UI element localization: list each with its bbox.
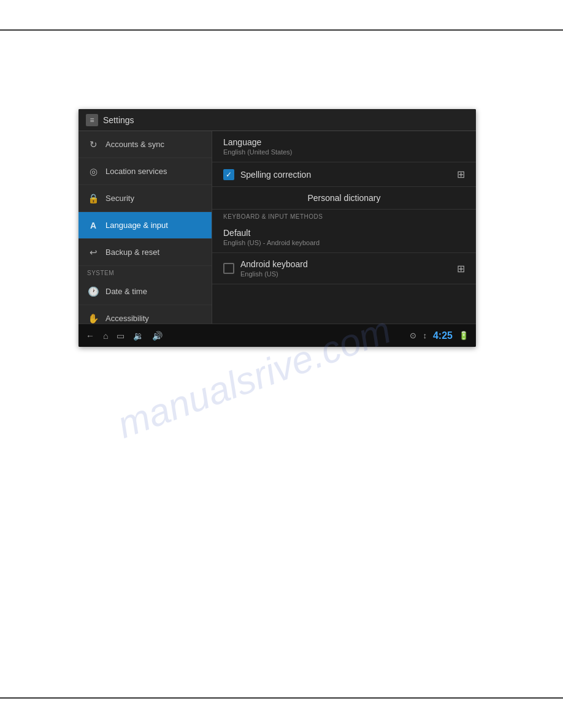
sidebar-item-label: Accounts & sync: [105, 140, 164, 149]
device-screen: ≡ Settings ↻ Accounts & sync ◎ Location …: [79, 109, 476, 347]
volume-down-icon[interactable]: 🔉: [133, 331, 144, 341]
language-title: Language: [223, 137, 465, 147]
bottom-line: [0, 697, 563, 699]
android-keyboard-row[interactable]: Android keyboard English (US) ⊞: [212, 253, 476, 284]
right-panel: Language English (United States) ✓ Spell…: [212, 131, 476, 324]
personal-dictionary-title: Personal dictionary: [223, 193, 465, 203]
spelling-correction-row[interactable]: ✓ Spelling correction ⊞: [212, 162, 476, 187]
sidebar-item-location-services[interactable]: ◎ Location services: [79, 158, 212, 185]
security-icon: 🔒: [87, 193, 99, 204]
status-bar: ← ⌂ ▭ 🔉 🔊 ⊙ ↕ 4:25 🔋: [79, 324, 476, 347]
accessibility-icon: ✋: [87, 313, 99, 324]
sidebar-item-label: Security: [105, 194, 134, 203]
recent-apps-icon[interactable]: ▭: [117, 331, 124, 341]
sidebar-item-backup-reset[interactable]: ↩ Backup & reset: [79, 239, 212, 266]
android-keyboard-adjust-icon[interactable]: ⊞: [457, 263, 465, 275]
language-setting-row[interactable]: Language English (United States): [212, 131, 476, 162]
back-icon[interactable]: ←: [86, 331, 94, 341]
sidebar-item-label: Backup & reset: [105, 248, 159, 257]
home-icon[interactable]: ⌂: [103, 331, 108, 341]
nav-icons: ← ⌂ ▭ 🔉 🔊: [86, 331, 163, 341]
language-subtitle: English (United States): [223, 148, 465, 156]
main-content: ↻ Accounts & sync ◎ Location services 🔒 …: [79, 131, 476, 324]
spelling-correction-title: Spelling correction: [240, 170, 452, 180]
android-keyboard-checkbox[interactable]: [223, 263, 234, 274]
sync-icon: ↕: [423, 331, 427, 340]
language-input-icon: A: [87, 221, 99, 230]
status-right: ⊙ ↕ 4:25 🔋: [410, 330, 469, 341]
sidebar-item-accounts-sync[interactable]: ↻ Accounts & sync: [79, 131, 212, 158]
sidebar-item-label: Location services: [105, 167, 167, 176]
volume-up-icon[interactable]: 🔊: [152, 331, 163, 341]
android-keyboard-subtitle: English (US): [240, 270, 452, 278]
personal-dictionary-row[interactable]: Personal dictionary: [212, 187, 476, 210]
default-subtitle: English (US) - Android keyboard: [223, 239, 465, 246]
keyboard-methods-section-label: KEYBOARD & INPUT METHODS: [212, 210, 476, 222]
settings-title: Settings: [103, 115, 134, 125]
battery-icon: 🔋: [459, 331, 469, 340]
sidebar-item-label: Language & input: [105, 221, 168, 230]
spelling-correction-adjust-icon[interactable]: ⊞: [457, 169, 465, 180]
system-section-label: SYSTEM: [79, 266, 212, 278]
default-title: Default: [223, 228, 465, 238]
location-services-icon: ◎: [87, 166, 99, 177]
date-time-icon: 🕐: [87, 286, 99, 297]
sidebar: ↻ Accounts & sync ◎ Location services 🔒 …: [79, 131, 212, 324]
sidebar-item-label: Date & time: [105, 287, 147, 296]
top-line: [0, 29, 563, 31]
sidebar-item-language-input[interactable]: A Language & input: [79, 212, 212, 239]
sidebar-item-security[interactable]: 🔒 Security: [79, 185, 212, 212]
sidebar-item-accessibility[interactable]: ✋ Accessibility: [79, 305, 212, 324]
android-keyboard-title: Android keyboard: [240, 259, 452, 269]
backup-reset-icon: ↩: [87, 247, 99, 258]
accounts-sync-icon: ↻: [87, 139, 99, 150]
status-time: 4:25: [433, 330, 453, 341]
sidebar-item-label: Accessibility: [105, 314, 149, 323]
usb-icon: ⊙: [410, 331, 416, 340]
spelling-correction-checkbox[interactable]: ✓: [223, 169, 234, 180]
title-bar: ≡ Settings: [79, 109, 476, 131]
sidebar-item-date-time[interactable]: 🕐 Date & time: [79, 278, 212, 305]
default-keyboard-row[interactable]: Default English (US) - Android keyboard: [212, 222, 476, 253]
settings-icon: ≡: [86, 114, 98, 126]
